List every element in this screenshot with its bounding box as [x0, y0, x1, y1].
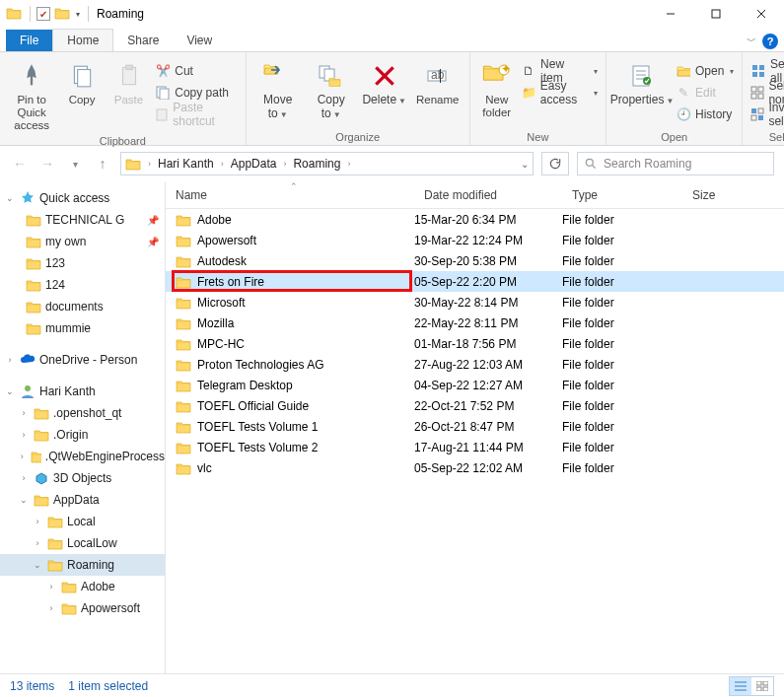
breadcrumb[interactable]: Roaming — [293, 157, 340, 171]
table-row[interactable]: Adobe15-Mar-20 6:34 PMFile folder — [166, 209, 784, 230]
back-button[interactable]: ← — [10, 156, 30, 172]
close-button[interactable] — [739, 0, 784, 28]
properties-button[interactable]: Properties▼ — [614, 56, 670, 107]
folder-icon — [176, 441, 191, 454]
move-to-button[interactable]: Move to▼ — [254, 56, 302, 121]
ribbon-group-new: ✦ New folder 🗋New item▾ 📁Easy access▾ Ne… — [470, 52, 606, 145]
nav-appdata-item[interactable]: ›LocalLow — [0, 532, 165, 554]
qat-dropdown-icon[interactable]: ▾ — [76, 10, 80, 19]
folder-icon — [176, 420, 191, 434]
nav-roaming-item[interactable]: ›Apowersoft — [0, 597, 165, 619]
up-button[interactable]: ↑ — [93, 156, 112, 172]
table-row[interactable]: Autodesk30-Sep-20 5:38 PMFile folder — [166, 250, 784, 271]
search-input[interactable]: Search Roaming — [577, 152, 774, 175]
ribbon-collapse-icon[interactable]: ﹀ — [747, 35, 756, 48]
nav-quick-access-item[interactable]: TECHNICAL G📌 — [0, 209, 165, 231]
column-header-row: ⌃ Name Date modified Type Size — [166, 181, 784, 209]
rename-button[interactable]: ab Rename — [414, 56, 462, 106]
file-list[interactable]: Adobe15-Mar-20 6:34 PMFile folderApowers… — [166, 209, 784, 673]
column-header-type[interactable]: Type — [562, 188, 682, 202]
breadcrumb[interactable]: Hari Kanth — [158, 157, 214, 171]
tab-view[interactable]: View — [173, 30, 226, 51]
nav-user-item[interactable]: ›.Origin — [0, 424, 165, 446]
address-dropdown-icon[interactable]: ⌄ — [521, 159, 529, 170]
table-row[interactable]: Frets on Fire05-Sep-22 2:20 PMFile folde… — [166, 271, 784, 292]
chevron-right-icon[interactable]: › — [221, 159, 224, 169]
qat-folder-icon[interactable] — [54, 6, 72, 22]
star-icon — [20, 190, 36, 206]
nav-user-item[interactable]: ›3D Objects — [0, 467, 165, 489]
nav-roaming-item[interactable]: ›Adobe — [0, 576, 165, 597]
qat-properties-icon[interactable]: ✔ — [36, 7, 50, 21]
folder-icon — [47, 536, 63, 550]
svg-rect-28 — [751, 115, 756, 120]
nav-quick-access-item[interactable]: my own📌 — [0, 231, 165, 252]
open-button[interactable]: Open▾ — [676, 60, 734, 82]
nav-appdata-item[interactable]: ⌄Roaming — [0, 554, 165, 576]
user-icon — [20, 383, 36, 399]
svg-rect-13 — [440, 69, 441, 83]
breadcrumb[interactable]: AppData — [231, 157, 277, 171]
nav-quick-access-item[interactable]: 123 — [0, 252, 165, 274]
table-row[interactable]: MPC-HC01-Mar-18 7:56 PMFile folder — [166, 333, 784, 354]
tab-home[interactable]: Home — [52, 29, 113, 51]
nav-appdata-item[interactable]: ›Local — [0, 511, 165, 532]
nav-onedrive[interactable]: › OneDrive - Person — [0, 349, 165, 371]
navigation-pane[interactable]: ⌄ Quick access TECHNICAL G📌my own📌123124… — [0, 181, 166, 673]
nav-user-item[interactable]: ›.QtWebEngineProcess — [0, 446, 165, 467]
chevron-right-icon[interactable]: › — [283, 159, 286, 169]
paste-button[interactable]: Paste — [108, 56, 149, 106]
title-bar: ✔ ▾ Roaming — [0, 0, 784, 28]
nav-quick-access-item[interactable]: 124 — [0, 274, 165, 296]
folder-icon — [34, 406, 49, 420]
recent-locations-button[interactable]: ▾ — [65, 159, 85, 170]
nav-quick-access[interactable]: ⌄ Quick access — [0, 187, 165, 209]
table-row[interactable]: TOEFL Official Guide22-Oct-21 7:52 PMFil… — [166, 395, 784, 416]
table-row[interactable]: Apowersoft19-Mar-22 12:24 PMFile folder — [166, 230, 784, 250]
tab-share[interactable]: Share — [113, 30, 173, 51]
new-folder-button[interactable]: ✦ New folder — [478, 56, 516, 119]
svg-rect-23 — [758, 87, 763, 92]
nav-quick-access-item[interactable]: mummie — [0, 317, 165, 339]
svg-text:✦: ✦ — [501, 62, 511, 76]
maximize-button[interactable] — [693, 0, 739, 28]
table-row[interactable]: TOEFL Tests Volume 217-Aug-21 11:44 PMFi… — [166, 437, 784, 457]
table-row[interactable]: Telegram Desktop04-Sep-22 12:27 AMFile f… — [166, 375, 784, 395]
table-row[interactable]: Microsoft30-May-22 8:14 PMFile folder — [166, 292, 784, 313]
pin-to-quick-access-button[interactable]: Pin to Quick access — [8, 56, 55, 133]
edit-button[interactable]: ✎Edit — [676, 82, 734, 104]
invert-selection-button[interactable]: Invert selection — [750, 104, 784, 125]
nav-user[interactable]: ⌄ Hari Kanth — [0, 381, 165, 402]
copy-to-button[interactable]: Copy to▼ — [308, 56, 355, 121]
column-header-size[interactable]: Size — [682, 188, 761, 202]
chevron-right-icon[interactable]: › — [148, 159, 151, 169]
help-icon[interactable]: ? — [762, 34, 778, 49]
minimize-button[interactable] — [648, 0, 693, 28]
delete-button[interactable]: Delete▼ — [361, 56, 408, 107]
svg-rect-25 — [758, 94, 763, 99]
view-large-icons-button[interactable] — [751, 677, 773, 695]
table-row[interactable]: vlc05-Sep-22 12:02 AMFile folder — [166, 457, 784, 478]
nav-user-item[interactable]: ›.openshot_qt — [0, 402, 165, 424]
history-button[interactable]: 🕘History — [676, 104, 734, 125]
refresh-button[interactable] — [541, 152, 569, 175]
file-list-pane: ⌃ Name Date modified Type Size Adobe15-M… — [166, 181, 784, 673]
forward-button[interactable]: → — [37, 156, 57, 172]
cut-button[interactable]: ✂️Cut — [155, 60, 237, 82]
easy-access-button[interactable]: 📁Easy access▾ — [522, 82, 598, 104]
tab-file[interactable]: File — [6, 30, 52, 51]
table-row[interactable]: TOEFL Tests Volume 126-Oct-21 8:47 PMFil… — [166, 416, 784, 437]
svg-point-31 — [25, 385, 31, 391]
copy-button[interactable]: Copy — [61, 56, 102, 106]
svg-rect-5 — [125, 65, 132, 69]
paste-shortcut-button[interactable]: Paste shortcut — [155, 104, 237, 125]
folder-icon — [26, 278, 41, 292]
chevron-right-icon[interactable]: › — [347, 159, 350, 169]
column-header-date[interactable]: Date modified — [414, 188, 562, 202]
nav-quick-access-item[interactable]: documents — [0, 296, 165, 317]
nav-user-item[interactable]: ⌄AppData — [0, 489, 165, 511]
view-details-button[interactable] — [730, 677, 751, 695]
table-row[interactable]: Proton Technologies AG27-Aug-22 12:03 AM… — [166, 354, 784, 375]
address-bar[interactable]: › Hari Kanth › AppData › Roaming › ⌄ — [120, 152, 534, 175]
table-row[interactable]: Mozilla22-May-22 8:11 PMFile folder — [166, 313, 784, 333]
